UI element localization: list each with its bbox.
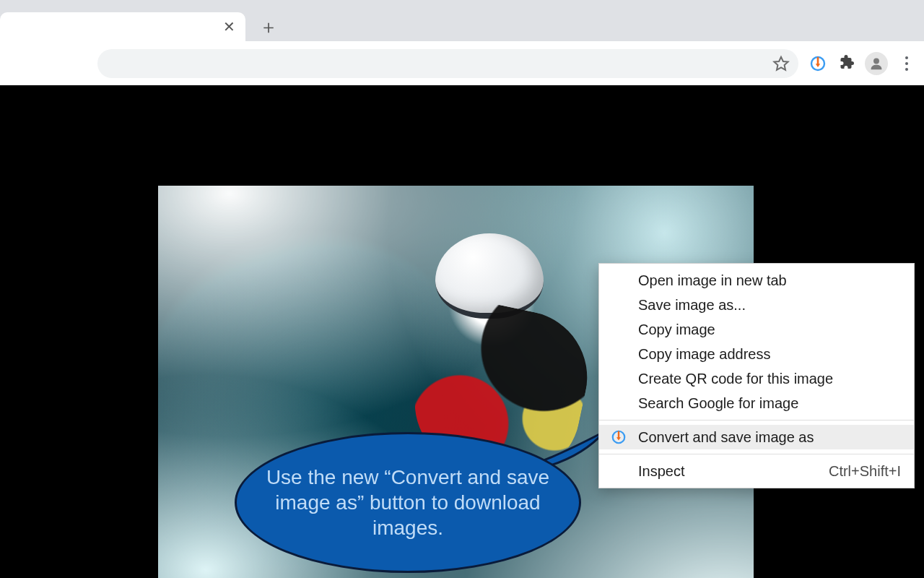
svg-marker-5: [616, 437, 621, 440]
close-tab-icon[interactable]: ✕: [223, 18, 235, 35]
instruction-speech-bubble: Use the new “Convert and save image as” …: [235, 432, 581, 573]
speech-bubble-text: Use the new “Convert and save image as” …: [261, 465, 554, 540]
tab-strip: ✕ ＋: [0, 0, 924, 41]
svg-marker-0: [774, 56, 788, 69]
ctx-item-label: Create QR code for this image: [638, 371, 833, 387]
browser-toolbar: [0, 41, 924, 85]
address-bar[interactable]: [97, 49, 798, 78]
extension-icon: [611, 429, 627, 445]
ctx-create-qr-code[interactable]: Create QR code for this image: [599, 366, 914, 391]
ctx-copy-image-address[interactable]: Copy image address: [599, 342, 914, 366]
ctx-search-google-image[interactable]: Search Google for image: [599, 391, 914, 415]
ctx-item-label: Copy image address: [638, 346, 770, 363]
ctx-convert-and-save-image-as[interactable]: Convert and save image as: [599, 425, 914, 449]
ctx-item-label: Search Google for image: [638, 395, 798, 412]
context-menu-separator: [599, 420, 914, 420]
ctx-item-shortcut: Ctrl+Shift+I: [829, 463, 901, 480]
ctx-copy-image[interactable]: Copy image: [599, 317, 914, 342]
ctx-save-image-as[interactable]: Save image as...: [599, 293, 914, 317]
browser-tab[interactable]: ✕: [0, 12, 245, 41]
svg-marker-2: [816, 64, 820, 67]
ctx-item-label: Inspect: [638, 463, 684, 480]
ctx-item-label: Convert and save image as: [638, 429, 814, 446]
ctx-item-label: Copy image: [638, 322, 715, 338]
context-menu-separator: [599, 454, 914, 454]
ctx-open-image-new-tab[interactable]: Open image in new tab: [599, 268, 914, 293]
new-tab-button[interactable]: ＋: [256, 14, 282, 40]
browser-menu-button[interactable]: [898, 52, 915, 75]
svg-point-3: [873, 58, 879, 64]
bookmark-star-icon[interactable]: [772, 55, 790, 72]
extension-icon[interactable]: [808, 54, 827, 73]
extensions-puzzle-icon[interactable]: [837, 53, 855, 74]
ctx-item-label: Open image in new tab: [638, 272, 787, 289]
ctx-inspect[interactable]: Inspect Ctrl+Shift+I: [599, 459, 914, 483]
ctx-item-label: Save image as...: [638, 297, 746, 314]
context-menu: Open image in new tab Save image as... C…: [598, 263, 915, 488]
profile-avatar-icon[interactable]: [865, 52, 888, 75]
